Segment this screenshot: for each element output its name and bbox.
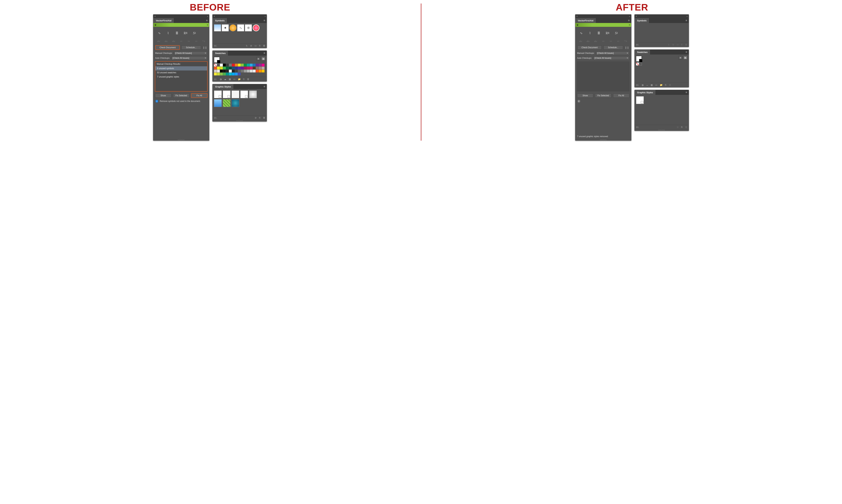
- swatch[interactable]: [214, 64, 217, 67]
- swatch[interactable]: [232, 70, 235, 72]
- symbol-thumb[interactable]: [230, 24, 236, 31]
- tool-rr-icon[interactable]: RR: [604, 30, 611, 36]
- swatch[interactable]: [220, 73, 223, 75]
- tool-box2-icon[interactable]: ▭: [608, 39, 614, 44]
- swatch[interactable]: [241, 70, 244, 72]
- tab-vectorfirstaid[interactable]: VectorFirstAid: [575, 18, 596, 23]
- swatch[interactable]: [232, 64, 235, 67]
- swatch[interactable]: [238, 64, 241, 67]
- collapse-icon[interactable]: «: [629, 15, 630, 17]
- swatch[interactable]: [241, 64, 244, 67]
- place-icon[interactable]: ↳: [246, 44, 248, 47]
- greenbar-menu-icon[interactable]: ≡: [207, 24, 208, 26]
- check-document-button[interactable]: Check Document: [577, 46, 602, 50]
- swatch[interactable]: [256, 70, 258, 72]
- panel-menu-icon[interactable]: ≡: [627, 18, 631, 23]
- tool-abc1-icon[interactable]: abc: [578, 39, 584, 44]
- swatch[interactable]: [247, 70, 250, 72]
- collapse-icon[interactable]: «: [207, 15, 208, 17]
- collapse-icon[interactable]: «: [686, 15, 688, 17]
- trash-icon[interactable]: 🗑: [263, 44, 265, 47]
- library-icon[interactable]: ⫿⫿.: [636, 84, 639, 86]
- fill-stroke-icon[interactable]: [636, 56, 642, 61]
- tool-abc1-icon[interactable]: abc: [156, 39, 162, 44]
- swatch[interactable]: [229, 73, 232, 75]
- swatch[interactable]: [217, 64, 220, 67]
- new-icon[interactable]: ⎘: [259, 44, 261, 47]
- swatch[interactable]: [253, 64, 255, 67]
- swatch[interactable]: [223, 73, 226, 75]
- tool-ss-icon[interactable]: SS: [191, 30, 198, 36]
- collapse-icon[interactable]: «: [265, 15, 266, 17]
- panel-grip[interactable]: [213, 120, 267, 121]
- fix-selected-button[interactable]: Fix Selected: [595, 93, 611, 98]
- grid-view-icon[interactable]: ▦: [683, 56, 687, 59]
- swatch[interactable]: [262, 64, 265, 67]
- tool-path-cleanup-icon[interactable]: ∿: [156, 30, 163, 36]
- swatch[interactable]: [214, 70, 217, 72]
- panel-menu-icon[interactable]: ≡: [684, 18, 689, 23]
- schedule-button[interactable]: Schedule...: [604, 46, 623, 50]
- manual-checkups-select[interactable]: [Check All Issues]▼: [174, 51, 208, 55]
- group-icon[interactable]: ▭: [655, 84, 657, 86]
- list-view-icon[interactable]: ≣: [679, 56, 682, 59]
- swatch[interactable]: [217, 67, 220, 69]
- swatch[interactable]: [238, 73, 241, 75]
- tool-box1-icon[interactable]: ▭: [178, 39, 184, 44]
- new-icon[interactable]: ⎘: [681, 126, 683, 128]
- swatch[interactable]: [229, 67, 232, 69]
- swatch[interactable]: [235, 70, 238, 72]
- tool-path-cleanup-icon[interactable]: ∿: [578, 30, 585, 36]
- swatch[interactable]: [247, 64, 250, 67]
- result-item[interactable]: 7 unused graphic styles: [155, 75, 207, 79]
- trash-icon[interactable]: 🗑: [263, 116, 265, 119]
- swatch[interactable]: [253, 67, 255, 69]
- symbol-thumb[interactable]: [214, 24, 221, 31]
- tool-align-icon[interactable]: ≣: [595, 30, 603, 36]
- swatch[interactable]: [220, 64, 223, 67]
- swatch[interactable]: [256, 67, 258, 69]
- swatch[interactable]: [235, 67, 238, 69]
- swatch[interactable]: [214, 73, 217, 75]
- show-button[interactable]: Show: [155, 93, 172, 98]
- swatch[interactable]: [244, 70, 247, 72]
- swatch[interactable]: [262, 70, 265, 72]
- tool-box2-icon[interactable]: ▭: [186, 39, 192, 44]
- show-kind-icon[interactable]: ◑: [220, 78, 221, 80]
- tool-ss-icon[interactable]: SS: [613, 30, 620, 36]
- swatch[interactable]: [238, 70, 241, 72]
- swatch[interactable]: [229, 70, 232, 72]
- grid-view-icon[interactable]: ▦: [262, 57, 265, 60]
- tool-abc3-icon[interactable]: abc: [171, 39, 177, 44]
- style-thumb[interactable]: [214, 90, 222, 98]
- fill-stroke-icon[interactable]: [214, 57, 220, 62]
- symbol-thumb[interactable]: [253, 24, 259, 31]
- library-icon[interactable]: ⫿⫿.: [214, 44, 217, 47]
- panel-menu-icon[interactable]: ≡: [204, 18, 209, 23]
- folder-icon[interactable]: 📁: [660, 84, 663, 86]
- close-icon[interactable]: ×: [576, 15, 578, 18]
- swatch[interactable]: [223, 64, 226, 67]
- panel-grip[interactable]: [153, 139, 209, 141]
- swatch[interactable]: [232, 73, 235, 75]
- tab-vectorfirstaid[interactable]: VectorFirstAid: [153, 18, 174, 23]
- swatch[interactable]: [229, 64, 232, 67]
- swatch[interactable]: [238, 67, 241, 69]
- style-thumb[interactable]: [232, 99, 239, 107]
- tool-box3-icon[interactable]: ▭: [194, 39, 199, 44]
- swatch[interactable]: [223, 67, 226, 69]
- show-button[interactable]: Show: [577, 93, 593, 98]
- tool-box1-icon[interactable]: ▭: [600, 39, 606, 44]
- panel-menu-icon[interactable]: ≡: [262, 18, 267, 23]
- swatch[interactable]: [244, 64, 247, 67]
- swatch[interactable]: [226, 64, 229, 67]
- swatch[interactable]: [217, 73, 220, 75]
- tab-symbols[interactable]: Symbols: [635, 18, 649, 23]
- result-item[interactable]: 53 unused swatches: [155, 71, 207, 75]
- swatch[interactable]: [250, 70, 253, 72]
- manual-checkups-select[interactable]: [Check All Issues]▼: [596, 51, 629, 55]
- tool-box3-icon[interactable]: ▭: [615, 39, 621, 44]
- style-thumb[interactable]: [223, 99, 231, 107]
- tool-abc3-icon[interactable]: abc: [593, 39, 598, 44]
- tool-align-icon[interactable]: ≣: [173, 30, 180, 36]
